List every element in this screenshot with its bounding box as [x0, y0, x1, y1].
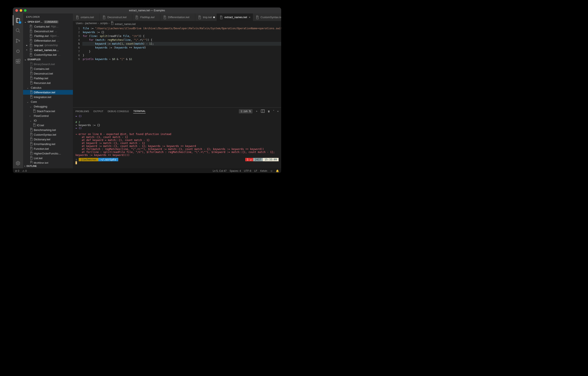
file-item[interactable]: FlatMap.kel — [23, 76, 73, 81]
maximize-icon[interactable] — [24, 9, 27, 12]
prompt-time: 15:33:09 — [263, 158, 278, 161]
explorer-icon[interactable]: 1 — [13, 15, 23, 25]
examples-header[interactable]: ⌄ EXAMPLES — [23, 57, 73, 62]
file-item[interactable]: CustomSyntax.kel — [23, 132, 73, 137]
breadcrumb-item[interactable]: jiachenren — [85, 22, 97, 25]
file-item[interactable]: Contains.kel — [23, 66, 73, 71]
breadcrumb-item[interactable]: Users — [76, 22, 83, 25]
terminal-prompt[interactable]: ▯jiachenren~/.scripts1 ↵241715:33:09 — [75, 158, 278, 161]
status-encoding[interactable]: UTF-8 — [244, 169, 251, 172]
search-icon[interactable] — [13, 25, 23, 36]
editor[interactable]: 123456789 file := "/Users/jiachenren/iCl… — [73, 26, 281, 107]
status-errors[interactable]: ⊘ 0 — [15, 169, 19, 172]
file-item[interactable]: Benchmarking.kel — [23, 127, 73, 132]
outline-header[interactable]: › OUTLINE — [23, 164, 73, 168]
file-icon — [30, 146, 33, 151]
file-item[interactable]: StackTrace.kel — [23, 109, 73, 114]
status-eol[interactable]: LF — [254, 169, 257, 172]
status-indent[interactable]: Spaces: 4 — [230, 169, 241, 172]
maximize-panel-icon[interactable]: ˄ — [273, 110, 274, 113]
file-item[interactable]: List.kel — [23, 156, 73, 160]
close-icon[interactable]: × — [248, 16, 251, 19]
tree-label: Integration.kel — [34, 95, 51, 99]
file-item[interactable]: HigherOrderFunctio… — [23, 151, 73, 156]
editor-tab[interactable]: FlatMap.kel× — [132, 13, 160, 21]
file-icon — [30, 132, 33, 137]
breadcrumbs[interactable]: Users›jiachenren›.scripts› extract_names… — [73, 21, 281, 26]
file-item[interactable]: Differentiation.kel — [23, 90, 73, 95]
feedback-icon[interactable]: ☺ — [270, 169, 273, 172]
folder-item[interactable]: ⌄Debugging — [23, 104, 73, 109]
status-warnings[interactable]: ⚠ 0 — [22, 169, 27, 172]
svg-point-3 — [19, 40, 20, 42]
editor-tab[interactable]: Deconstruct.kel× — [100, 13, 132, 21]
debug-icon[interactable] — [13, 46, 23, 56]
editor-label: CustomSyntax.kel — [34, 53, 57, 56]
terminal-selector[interactable]: 1: zsh ⇅ — [239, 109, 253, 114]
editor-tab[interactable]: tmp.kel — [195, 13, 217, 21]
panel-tab[interactable]: TERMINAL — [133, 109, 146, 114]
editor-pre-icon[interactable]: × — [25, 49, 28, 52]
status-language[interactable]: Kelvin — [260, 169, 267, 172]
prompt-history: 2417 — [253, 158, 263, 161]
split-terminal-icon[interactable] — [261, 109, 265, 114]
breadcrumb-item[interactable]: extract_names.kel — [110, 21, 136, 26]
status-cursor[interactable]: Ln 5, Col 47 — [213, 169, 227, 172]
panel-tab[interactable]: PROBLEMS — [75, 109, 89, 114]
activitybar: 1 — [13, 13, 23, 168]
editor-tab[interactable]: Differentiation.kel× — [160, 13, 195, 21]
folder-item[interactable]: ⌄Core — [23, 99, 73, 104]
panel-tab[interactable]: OUTPUT — [93, 109, 104, 114]
editor-tab[interactable]: CustomSyntax.kel× — [253, 13, 281, 21]
tabbar: ontains.kel×Deconstruct.kel×FlatMap.kel×… — [73, 13, 281, 21]
kill-terminal-icon[interactable]: 🗑 — [268, 110, 270, 113]
folder-item[interactable]: ⌄Calculus — [23, 85, 73, 90]
file-item[interactable]: Multiline.kel — [23, 160, 73, 164]
panel-tab[interactable]: DEBUG CONSOLE — [108, 109, 129, 114]
svg-point-2 — [16, 42, 17, 43]
open-editors-header[interactable]: ⌄ OPEN EDIT… 1 UNSAVED — [23, 20, 73, 24]
source-control-icon[interactable] — [13, 36, 23, 46]
bell-icon[interactable]: 🔔 — [276, 169, 279, 172]
new-terminal-icon[interactable]: ＋ — [256, 110, 258, 113]
file-icon — [30, 71, 33, 76]
open-editor-item[interactable]: ●tmp.kel /private/tmp — [23, 43, 73, 48]
file-item[interactable]: ErrorHandling.kel — [23, 142, 73, 146]
open-editor-item[interactable]: Deconstruct.kel … — [23, 29, 73, 33]
open-editor-item[interactable]: Differentiation.kel … — [23, 38, 73, 43]
modified-icon — [213, 16, 215, 18]
editor-label: Differentiation.kel — [34, 39, 56, 42]
file-item[interactable]: BinarySearch.kel — [23, 62, 73, 66]
file-item[interactable]: Integration.kel — [23, 95, 73, 99]
open-editor-item[interactable]: ×extract_names.ke… — [23, 48, 73, 52]
open-editor-item[interactable]: CustomSyntax.kel … — [23, 52, 73, 57]
editor-pre-icon[interactable]: ● — [25, 44, 28, 47]
file-item[interactable]: Deconstruct.kel — [23, 71, 73, 76]
settings-icon[interactable] — [13, 158, 23, 168]
breadcrumb-item[interactable]: .scripts — [100, 22, 108, 25]
terminal-output[interactable]: = () # 2→ keywords := {}= () → error on … — [73, 115, 281, 168]
file-item[interactable]: IO.kel — [23, 123, 73, 127]
editor-tab[interactable]: extract_names.kel× — [217, 13, 253, 21]
extensions-icon[interactable] — [13, 56, 23, 66]
open-editor-item[interactable]: FlatMap.kel Algori… — [23, 33, 73, 38]
open-editor-item[interactable]: Contains.kel Algo… — [23, 24, 73, 29]
file-icon — [30, 81, 33, 85]
chevron-right-icon: › — [109, 22, 109, 25]
file-item[interactable]: Dictionary.kel — [23, 137, 73, 142]
code[interactable]: file := "/Users/jiachenren/iCloudDrive (… — [82, 26, 281, 107]
unsaved-badge: 1 UNSAVED — [44, 21, 58, 23]
minimize-icon[interactable] — [20, 9, 22, 12]
file-icon — [30, 76, 33, 81]
folder-item[interactable]: ⌄IO — [23, 118, 73, 123]
tab-label: FlatMap.kel — [140, 16, 154, 19]
tree-label: FlatMap.kel — [34, 77, 48, 80]
editor-tab[interactable]: ontains.kel× — [73, 13, 100, 21]
close-icon[interactable] — [15, 9, 18, 12]
file-item[interactable]: Recursion.kel — [23, 81, 73, 85]
titlebar[interactable]: extract_names.kel — Examples — [13, 8, 281, 13]
file-item[interactable]: Function.kel — [23, 146, 73, 151]
folder-item[interactable]: ›FlowControl — [23, 114, 73, 118]
close-panel-icon[interactable]: × — [277, 110, 278, 113]
tree-label: Contains.kel — [34, 67, 49, 71]
